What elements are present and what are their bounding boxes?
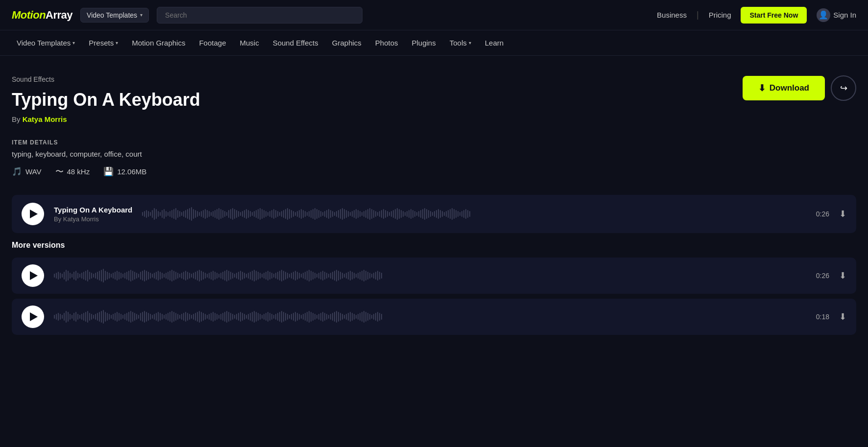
sidebar-item-tools[interactable]: Tools ▾ [445, 30, 476, 56]
format-value: WAV [25, 167, 42, 176]
version-player-1: 0:26 ⬇ [12, 258, 856, 294]
play-button-v2[interactable] [22, 306, 44, 328]
waveform-icon: 〜 [55, 166, 64, 177]
sidebar-item-graphics[interactable]: Graphics [327, 30, 366, 56]
play-icon [30, 271, 38, 280]
file-size-value: 12.06MB [117, 167, 146, 176]
title-left: Sound Effects Typing On A Keyboard By Ka… [12, 75, 200, 123]
waveform-v1[interactable] [54, 266, 806, 285]
main-content: Sound Effects Typing On A Keyboard By Ka… [0, 56, 868, 359]
download-button[interactable]: ⬇ Download [743, 76, 825, 100]
chevron-down-icon: ▾ [469, 40, 471, 46]
logo[interactable]: MotionArray [12, 9, 72, 22]
waveform[interactable] [142, 204, 806, 224]
business-link[interactable]: Business [657, 11, 687, 19]
sign-in-button[interactable]: 👤 Sign In [817, 8, 856, 22]
share-button[interactable]: ↪ [831, 75, 856, 101]
chevron-down-icon: ▾ [72, 40, 75, 46]
track-duration: 0:26 [816, 210, 829, 218]
audio-file-icon: 🎵 [12, 166, 22, 177]
track-download-icon-v1[interactable]: ⬇ [839, 270, 846, 281]
sample-rate-meta: 〜 48 kHz [55, 166, 90, 177]
title-section: Sound Effects Typing On A Keyboard By Ka… [12, 75, 856, 123]
sidebar-item-music[interactable]: Music [235, 30, 264, 56]
dropdown-label: Video Templates [87, 11, 137, 19]
sidebar-item-presets[interactable]: Presets ▾ [84, 30, 123, 56]
item-tags: typing, keyboard, computer, office, cour… [12, 150, 856, 158]
sidebar-item-motion-graphics[interactable]: Motion Graphics [127, 30, 190, 56]
chevron-down-icon: ▾ [140, 12, 143, 18]
play-button[interactable] [22, 203, 44, 225]
file-size-icon: 💾 [103, 166, 114, 177]
sidebar-item-footage[interactable]: Footage [194, 30, 231, 56]
author-name[interactable]: Katya Morris [23, 115, 67, 123]
by-prefix: By [12, 115, 23, 123]
page-title: Typing On A Keyboard [12, 89, 200, 110]
secondary-nav: Video Templates ▾ Presets ▾ Motion Graph… [0, 30, 868, 56]
pricing-link[interactable]: Pricing [709, 11, 731, 19]
version-player-2: 0:18 ⬇ [12, 299, 856, 335]
avatar-icon: 👤 [817, 8, 830, 22]
start-free-button[interactable]: Start Free Now [741, 7, 807, 24]
search-input[interactable] [157, 7, 362, 24]
play-icon [30, 210, 38, 218]
sidebar-item-learn[interactable]: Learn [480, 30, 508, 56]
item-details-label: ITEM DETAILS [12, 139, 856, 146]
share-icon: ↪ [840, 83, 847, 94]
breadcrumb: Sound Effects [12, 75, 200, 83]
top-nav: MotionArray Video Templates ▾ Business |… [0, 0, 868, 30]
sample-rate-value: 48 kHz [67, 167, 90, 176]
play-icon [30, 312, 38, 321]
sidebar-item-photos[interactable]: Photos [370, 30, 403, 56]
track-author: By Katya Morris [54, 215, 132, 223]
track-duration-v2: 0:18 [816, 313, 829, 321]
item-meta: 🎵 WAV 〜 48 kHz 💾 12.06MB [12, 166, 856, 177]
sidebar-item-sound-effects[interactable]: Sound Effects [268, 30, 323, 56]
more-versions-label: More versions [12, 241, 856, 250]
nav-right: Business | Pricing Start Free Now 👤 Sign… [657, 7, 856, 24]
sidebar-item-video-templates[interactable]: Video Templates ▾ [12, 30, 80, 56]
nav-divider: | [697, 10, 699, 20]
sign-in-label: Sign In [833, 11, 856, 19]
sidebar-item-plugins[interactable]: Plugins [407, 30, 441, 56]
chevron-down-icon: ▾ [116, 40, 118, 46]
track-duration-v1: 0:26 [816, 272, 829, 280]
item-details-section: ITEM DETAILS typing, keyboard, computer,… [12, 139, 856, 177]
format-meta: 🎵 WAV [12, 166, 42, 177]
track-download-icon[interactable]: ⬇ [839, 209, 846, 219]
play-button-v1[interactable] [22, 264, 44, 287]
file-size-meta: 💾 12.06MB [103, 166, 146, 177]
title-actions: ⬇ Download ↪ [743, 75, 856, 101]
download-icon: ⬇ [758, 83, 766, 94]
track-download-icon-v2[interactable]: ⬇ [839, 311, 846, 322]
track-info: Typing On A Keyboard By Katya Morris [54, 206, 132, 223]
main-audio-player: Typing On A Keyboard By Katya Morris 0:2… [12, 195, 856, 233]
download-label: Download [770, 83, 809, 93]
track-title: Typing On A Keyboard [54, 206, 132, 214]
waveform-v2[interactable] [54, 307, 806, 327]
video-templates-dropdown[interactable]: Video Templates ▾ [80, 8, 149, 23]
by-author: By Katya Morris [12, 115, 200, 123]
